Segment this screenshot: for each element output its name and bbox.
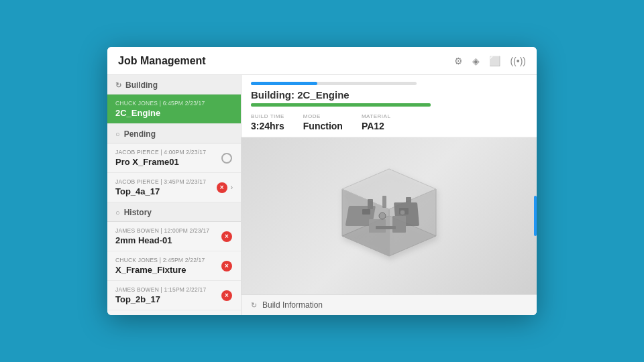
content-footer[interactable]: ↻ Build Information: [241, 294, 537, 315]
svg-rect-17: [382, 196, 386, 208]
content-area: Building: 2C_Engine BUILD TIME 3:24hrs M…: [241, 75, 537, 315]
model-viewport-container: [241, 137, 537, 294]
progress-bar-container: [251, 82, 417, 85]
building-section-icon: ↻: [115, 81, 121, 90]
stat-build-time-label: BUILD TIME: [251, 113, 284, 119]
list-item-2c-engine-meta: CHUCK JONES | 6:45PM 2/23/17: [115, 100, 233, 107]
list-item-top-4a-17-meta: JACOB PIERCE | 3:45PM 2/23/17: [115, 178, 216, 185]
sidebar: ↻ Building CHUCK JONES | 6:45PM 2/23/17 …: [107, 75, 241, 315]
svg-point-14: [400, 210, 405, 215]
list-item-2mm-head-01-name: 2mm Head-01: [115, 235, 221, 245]
stat-material: MATERIAL PA12: [362, 113, 390, 131]
list-item-pro-x-frame01[interactable]: JACOB PIERCE | 4:00PM 2/23/17 Pro X_Fram…: [107, 143, 241, 173]
build-name: 2C_Engine: [297, 89, 350, 101]
side-progress-indicator: [534, 196, 537, 236]
green-progress-bar: [251, 103, 431, 107]
collapse-arrow-icon: ›: [231, 184, 233, 191]
stat-build-time-value: 3:24hrs: [251, 121, 284, 131]
list-item-top-2b-17-name: Top_2b_17: [115, 294, 221, 304]
stat-material-label: MATERIAL: [362, 113, 390, 119]
stat-mode-value: Function: [303, 121, 343, 131]
list-item-top-4a-17-name: Top_4a_17: [115, 186, 216, 196]
list-item-2c-engine[interactable]: CHUCK JONES | 6:45PM 2/23/17 2C_Engine: [107, 95, 241, 124]
titlebar: Job Management ⚙ ◈ ⬜ ((•)): [107, 47, 537, 75]
history-section-label: History: [124, 208, 152, 217]
svg-rect-12: [376, 226, 396, 229]
list-item-top-2b-17-content: JAMES BOWEN | 1:15PM 2/22/17 Top_2b_17: [115, 286, 221, 304]
list-item-top-2b-17-meta: JAMES BOWEN | 1:15PM 2/22/17: [115, 286, 221, 293]
signal-icon[interactable]: ((•)): [510, 56, 526, 66]
list-item-pro-x-frame01-name: Pro X_Frame01: [115, 157, 221, 167]
svg-point-13: [379, 213, 386, 219]
build-info-icon: ↻: [251, 301, 257, 310]
list-item-top-4a-17-action: ×: [216, 182, 228, 194]
list-item-pro-x-frame01-meta: JACOB PIERCE | 4:00PM 2/23/17: [115, 149, 221, 156]
list-item-x-frame-fixture-meta: CHUCK JONES | 2:45PM 2/22/17: [115, 257, 221, 263]
list-item-pro-x-frame01-content: JACOB PIERCE | 4:00PM 2/23/17 Pro X_Fram…: [115, 149, 221, 167]
remove-icon[interactable]: ×: [221, 290, 232, 301]
svg-rect-10: [362, 209, 370, 215]
list-item-pro-x-frame01-action: [221, 152, 233, 164]
pending-section-icon: ○: [115, 130, 120, 138]
remove-icon[interactable]: ×: [217, 182, 227, 193]
settings-icon[interactable]: ⚙: [454, 56, 463, 66]
drop-icon[interactable]: ◈: [472, 56, 480, 66]
titlebar-icons: ⚙ ◈ ⬜ ((•)): [454, 56, 526, 66]
svg-rect-16: [406, 197, 411, 205]
build-info-label: Build Information: [262, 300, 323, 310]
build-label: Building:: [251, 89, 294, 101]
list-item-2c-engine-content: CHUCK JONES | 6:45PM 2/23/17 2C_Engine: [115, 100, 233, 118]
stat-build-time: BUILD TIME 3:24hrs: [251, 113, 284, 131]
model-viewport: [241, 137, 537, 294]
select-circle-icon[interactable]: [221, 153, 232, 164]
list-item-2mm-head-01-meta: JAMES BOWEN | 12:00PM 2/23/17: [115, 227, 221, 234]
list-item-x-frame-fixture-content: CHUCK JONES | 2:45PM 2/22/17 X_Frame_Fix…: [115, 257, 221, 275]
list-item-2mm-head-01[interactable]: JAMES BOWEN | 12:00PM 2/23/17 2mm Head-0…: [107, 222, 241, 251]
app-window: Job Management ⚙ ◈ ⬜ ((•)) ↻ Building CH…: [107, 47, 537, 315]
list-item-x-frame-fixture-name: X_Frame_Fixture: [115, 265, 221, 275]
model-svg: [295, 149, 483, 283]
main-area: ↻ Building CHUCK JONES | 6:45PM 2/23/17 …: [107, 75, 537, 315]
svg-rect-9: [392, 216, 406, 233]
remove-icon[interactable]: ×: [221, 231, 232, 242]
progress-bar-fill: [251, 82, 317, 85]
list-item-2mm-head-01-content: JAMES BOWEN | 12:00PM 2/23/17 2mm Head-0…: [115, 227, 221, 245]
app-title: Job Management: [118, 55, 206, 67]
list-item-top-4a-17[interactable]: JACOB PIERCE | 3:45PM 2/23/17 Top_4a_17 …: [107, 173, 241, 202]
stat-material-value: PA12: [362, 121, 390, 131]
pending-section-header: ○ Pending: [107, 124, 241, 143]
list-item-top-4a-17-content: JACOB PIERCE | 3:45PM 2/23/17 Top_4a_17: [115, 178, 216, 196]
list-item-x-frame-fixture[interactable]: CHUCK JONES | 2:45PM 2/22/17 X_Frame_Fix…: [107, 251, 241, 281]
history-section-icon: ○: [115, 208, 120, 217]
stat-mode-label: MODE: [303, 113, 343, 119]
list-item-2mm-head-01-action: ×: [221, 231, 233, 243]
svg-rect-15: [368, 199, 373, 209]
pending-section-label: Pending: [124, 129, 156, 139]
building-section-label: Building: [125, 80, 158, 90]
stat-mode: MODE Function: [303, 113, 343, 131]
building-section-header: ↻ Building: [107, 75, 241, 95]
list-item-top-2b-17[interactable]: JAMES BOWEN | 1:15PM 2/22/17 Top_2b_17 ×: [107, 281, 241, 310]
list-item-x-frame-fixture-action: ×: [221, 260, 233, 272]
build-title: Building: 2C_Engine: [251, 89, 527, 101]
monitor-icon[interactable]: ⬜: [489, 56, 500, 66]
list-item-2c-engine-name: 2C_Engine: [115, 108, 233, 118]
list-item-top-2b-17-action: ×: [221, 290, 233, 302]
content-header: Building: 2C_Engine BUILD TIME 3:24hrs M…: [241, 75, 537, 137]
history-section-header: ○ History: [107, 202, 241, 222]
build-stats: BUILD TIME 3:24hrs MODE Function MATERIA…: [251, 113, 527, 131]
remove-icon[interactable]: ×: [221, 261, 232, 272]
